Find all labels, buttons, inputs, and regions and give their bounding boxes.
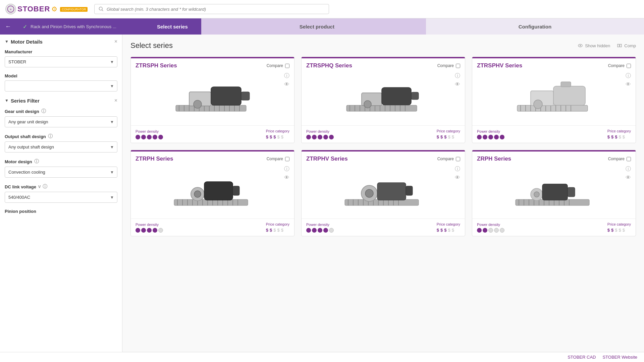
power-dot bbox=[488, 228, 493, 233]
price-symbol-active: $ bbox=[437, 228, 439, 233]
price-symbol-active: $ bbox=[607, 228, 610, 233]
svg-rect-57 bbox=[561, 82, 571, 87]
step4-label: Configuration bbox=[426, 18, 644, 35]
info-icon[interactable]: ⓘ bbox=[34, 159, 39, 165]
series-card[interactable]: ZRPH Series Compare ⓘ 👁 bbox=[472, 150, 636, 236]
gear-unit-select-wrapper[interactable]: Any gear unit design ▼ bbox=[5, 116, 117, 127]
power-dot bbox=[306, 135, 311, 139]
compare-check-input[interactable] bbox=[285, 157, 289, 161]
info-icon[interactable]: ⓘ bbox=[455, 72, 460, 79]
gear-unit-select[interactable]: Any gear unit design bbox=[5, 116, 117, 127]
power-dot bbox=[312, 228, 317, 233]
info-icon[interactable]: ⓘ bbox=[41, 108, 46, 114]
compare-checkbox[interactable]: Compare bbox=[267, 157, 289, 161]
compare-label: Compare bbox=[608, 157, 625, 161]
compare-check-input[interactable] bbox=[456, 157, 460, 161]
website-link[interactable]: STOBER Website bbox=[602, 355, 637, 360]
svg-rect-24 bbox=[241, 92, 250, 100]
info-icon[interactable]: ⓘ bbox=[626, 166, 631, 173]
output-shaft-select[interactable]: Any output shaft design bbox=[5, 141, 117, 153]
compare-checkbox[interactable]: Compare bbox=[267, 63, 289, 68]
eye-icon[interactable]: 👁 bbox=[626, 81, 631, 87]
price-symbol-active: $ bbox=[440, 228, 443, 233]
compare-check-input[interactable] bbox=[456, 64, 460, 68]
price-symbol-inactive: $ bbox=[452, 134, 454, 139]
compare-check-input[interactable] bbox=[627, 64, 631, 68]
dc-link-select-wrapper[interactable]: 540/400AC ▼ bbox=[5, 192, 117, 203]
power-density-label: Power density bbox=[306, 129, 334, 133]
compare-button[interactable]: Comp bbox=[617, 43, 636, 48]
step3-label: Select product bbox=[201, 18, 426, 35]
svg-point-25 bbox=[194, 100, 202, 108]
power-dot bbox=[158, 228, 163, 233]
model-select[interactable] bbox=[5, 80, 117, 92]
eye-icon[interactable]: 👁 bbox=[626, 175, 631, 181]
info-icon[interactable]: ⓘ bbox=[43, 184, 47, 190]
power-dot bbox=[488, 135, 493, 139]
info-icon[interactable]: ⓘ bbox=[626, 72, 631, 79]
dc-link-select[interactable]: 540/400AC bbox=[5, 192, 117, 203]
compare-check-input[interactable] bbox=[627, 157, 631, 161]
cad-link[interactable]: STOBER CAD bbox=[568, 355, 596, 360]
svg-point-106 bbox=[534, 192, 539, 197]
motor-design-select[interactable]: Convection cooling bbox=[5, 167, 117, 178]
search-input[interactable] bbox=[107, 7, 325, 12]
info-icon[interactable]: ⓘ bbox=[284, 72, 289, 79]
series-card[interactable]: ZTRSPH Series Compare ⓘ 👁 bbox=[130, 57, 294, 143]
step2-label: Select series bbox=[144, 18, 201, 35]
eye-icon bbox=[578, 43, 583, 48]
power-density-metric: Power density bbox=[477, 223, 504, 233]
search-bar[interactable] bbox=[94, 4, 329, 14]
logo-text: STOBER bbox=[17, 5, 50, 13]
card-image bbox=[302, 72, 465, 125]
power-dots bbox=[477, 135, 504, 139]
back-button[interactable]: ← bbox=[0, 18, 16, 35]
page-title: Select series bbox=[130, 41, 173, 50]
price-symbol-active: $ bbox=[607, 134, 610, 139]
price-category-label: Price category bbox=[266, 129, 289, 133]
info-icon[interactable]: ⓘ bbox=[48, 133, 53, 139]
price-symbol-inactive: $ bbox=[448, 134, 450, 139]
output-shaft-select-wrapper[interactable]: Any output shaft design ▼ bbox=[5, 141, 117, 153]
stober-logo: S STOBER ⚙ bbox=[5, 4, 57, 14]
check-icon: ✓ bbox=[23, 23, 27, 30]
card-footer: Power density Price category $$$$$ bbox=[472, 125, 636, 143]
search-icon bbox=[99, 6, 104, 12]
show-hidden-button[interactable]: Show hidden bbox=[578, 43, 610, 48]
card-image bbox=[131, 72, 294, 125]
manufacturer-select[interactable]: STOBER bbox=[5, 56, 117, 67]
price-category-metric: Price category $$$$$ bbox=[437, 222, 460, 233]
output-shaft-label: Output shaft design ⓘ bbox=[5, 133, 117, 139]
close-motor-details-button[interactable]: × bbox=[114, 39, 117, 45]
model-select-wrapper[interactable]: ▼ bbox=[5, 80, 117, 92]
compare-check-input[interactable] bbox=[285, 64, 289, 68]
eye-icon[interactable]: 👁 bbox=[284, 175, 289, 181]
series-card[interactable]: ZTRPH Series Compare ⓘ 👁 bbox=[130, 150, 294, 236]
card-header: ZTRSPH Series Compare bbox=[131, 58, 294, 72]
series-card[interactable]: ZTRPHV Series Compare ⓘ 👁 bbox=[301, 150, 465, 236]
compare-checkbox[interactable]: Compare bbox=[437, 63, 460, 68]
series-card[interactable]: ZTRSPHV Series Compare ⓘ 👁 bbox=[472, 57, 636, 143]
price-symbol-active: $ bbox=[444, 228, 446, 233]
compare-checkbox[interactable]: Compare bbox=[608, 157, 631, 161]
motor-design-select-wrapper[interactable]: Convection cooling ▼ bbox=[5, 167, 117, 178]
compare-checkbox[interactable]: Compare bbox=[437, 157, 460, 161]
eye-icon[interactable]: 👁 bbox=[455, 175, 460, 181]
compare-checkbox[interactable]: Compare bbox=[608, 63, 631, 68]
gear-unit-filter: Gear unit design ⓘ Any gear unit design … bbox=[5, 108, 117, 127]
output-shaft-filter: Output shaft design ⓘ Any output shaft d… bbox=[5, 133, 117, 153]
configurator-badge: CONFIGURATOR bbox=[60, 7, 88, 12]
power-dot bbox=[477, 135, 482, 139]
info-icon[interactable]: ⓘ bbox=[455, 166, 460, 173]
eye-icon[interactable]: 👁 bbox=[455, 81, 460, 87]
svg-rect-108 bbox=[568, 187, 575, 197]
eye-icon[interactable]: 👁 bbox=[284, 81, 289, 87]
manufacturer-select-wrapper[interactable]: STOBER ▼ bbox=[5, 56, 117, 67]
close-series-filter-button[interactable]: × bbox=[114, 98, 117, 104]
price-symbol-inactive: $ bbox=[281, 134, 283, 139]
card-header: ZRPH Series Compare bbox=[472, 152, 636, 165]
price-category-label: Price category bbox=[266, 222, 289, 226]
info-icon[interactable]: ⓘ bbox=[284, 166, 289, 173]
price-category-metric: Price category $$$$$ bbox=[607, 129, 631, 139]
series-card[interactable]: ZTRSPHQ Series Compare ⓘ 👁 bbox=[301, 57, 465, 143]
